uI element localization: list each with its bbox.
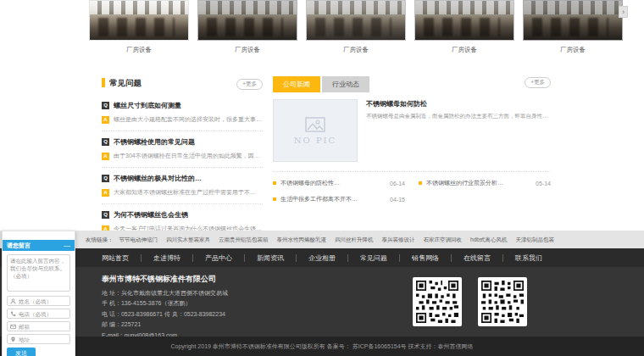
footer-nav-products[interactable]: 产品中心 bbox=[193, 254, 245, 262]
faq-answer-text: 由于304不锈钢螺栓在日常生活中使用的如此频繁，因… bbox=[114, 152, 260, 160]
tab-industry-news[interactable]: 行业动态 bbox=[322, 76, 369, 92]
footer-nav-album[interactable]: 企业相册 bbox=[297, 254, 348, 262]
news-header: 公司新闻 行业动态 +更多 bbox=[273, 76, 551, 90]
message-textarea[interactable] bbox=[7, 254, 70, 292]
footer-nav-message[interactable]: 在线留言 bbox=[452, 254, 503, 262]
map-pin-icon bbox=[10, 337, 16, 342]
name-field[interactable] bbox=[7, 296, 70, 306]
faq-question-text: 不锈钢螺丝的极具对比性的… bbox=[114, 174, 202, 183]
featured-news: NO PIC 不锈钢螺母如何防松 不锈钢螺母是由金属制造，而金属防松的办法主要有… bbox=[273, 99, 551, 162]
message-widget: 请您留言 — bbox=[2, 231, 75, 356]
friend-links-label: 友情链接： bbox=[86, 236, 114, 242]
no-picture-placeholder: NO PIC bbox=[273, 99, 358, 162]
gallery-item: 厂房设备 bbox=[414, 0, 514, 54]
factory-photo[interactable] bbox=[523, 0, 623, 41]
name-input[interactable] bbox=[19, 298, 67, 304]
faq-question[interactable]: Q 不锈钢螺栓使用的常见问题 bbox=[102, 137, 263, 147]
phone-field[interactable] bbox=[7, 309, 70, 319]
friend-link[interactable]: hdb式离心风机 bbox=[470, 236, 507, 242]
friend-link[interactable]: 泰兴装修设计 bbox=[382, 236, 415, 242]
news-list-item[interactable]: 不锈钢螺母的防松性… 06-14 bbox=[273, 179, 405, 187]
footer: 泰州市博特不锈钢标准件有限公司 地 址：兴化市戴南镇董北大道西侧不锈钢交易城 手… bbox=[0, 267, 644, 337]
friend-link[interactable]: 节节电动伸缩门 bbox=[119, 236, 158, 242]
photo-caption: 厂房设备 bbox=[197, 46, 297, 54]
photo-caption: 厂房设备 bbox=[89, 46, 189, 54]
image-icon bbox=[305, 117, 325, 132]
faq-header: 常见问题 +更多 bbox=[102, 78, 263, 92]
qr-code-image bbox=[481, 281, 524, 323]
news-tabs: 公司新闻 行业动态 bbox=[273, 76, 551, 92]
faq-answer-text: 螺丝是由大小规格配套不同的选择安装时，很多重大事故的… bbox=[114, 115, 263, 124]
faq-more-button[interactable]: +更多 bbox=[236, 79, 263, 90]
email-field[interactable] bbox=[7, 321, 70, 331]
footer-company-info: 泰州市博特不锈钢标准件有限公司 地 址：兴化市戴南镇董北大道西侧不锈钢交易城 手… bbox=[102, 274, 228, 341]
faq-list: Q 螺丝尺寸到底如何测量 A 螺丝是由大小规格配套不同的选择安装时，很多重大事故… bbox=[102, 95, 263, 241]
webpage: 厂房设备 厂房设备 厂房设备 厂房设备 厂房设备 › 常见问题 +更多 Q bbox=[0, 0, 644, 356]
faq-question-text: 为何不锈钢螺丝也会生锈 bbox=[114, 210, 188, 220]
friend-link[interactable]: 石家庄空调回收 bbox=[424, 236, 463, 242]
friend-link[interactable]: 四川丝杆升降机 bbox=[335, 236, 374, 242]
address-field[interactable] bbox=[7, 334, 70, 344]
message-widget-header: 请您留言 — bbox=[3, 240, 75, 251]
minimize-icon[interactable]: — bbox=[64, 243, 70, 248]
gallery-item: 厂房设备 bbox=[89, 0, 189, 54]
news-item-date: 05-14 bbox=[536, 181, 551, 186]
faq-item: Q 不锈钢螺丝的极具对比性的… A 大家都知道不锈钢螺丝标准在生产过程中需要用于… bbox=[102, 168, 263, 204]
phone-input[interactable] bbox=[19, 311, 67, 317]
faq-question[interactable]: Q 为何不锈钢螺丝也会生锈 bbox=[102, 210, 263, 220]
friend-link[interactable]: 四川实木整装家具 bbox=[166, 236, 210, 242]
email-input[interactable] bbox=[19, 324, 67, 330]
footer-nav-home[interactable]: 网站首页 bbox=[90, 254, 142, 262]
tab-company-news[interactable]: 公司新闻 bbox=[273, 76, 320, 92]
send-button[interactable]: 发送 bbox=[7, 348, 36, 356]
faq-answer-text: 大家都知道不锈钢螺丝标准在生产过程中需要用于不… bbox=[114, 188, 256, 197]
factory-gallery: 厂房设备 厂房设备 厂房设备 厂房设备 厂房设备 bbox=[89, 0, 623, 54]
faq-answer: A 由于304不锈钢螺栓在日常生活中使用的如此频繁，因… bbox=[102, 152, 263, 160]
friend-link[interactable]: 泰州水性丙烯酸乳液 bbox=[277, 236, 327, 242]
message-widget-title: 请您留言 bbox=[7, 242, 64, 250]
a-badge-icon: A bbox=[102, 189, 109, 197]
news-list-item[interactable]: 生活中很多工作都离不开不… 04-15 bbox=[273, 195, 405, 203]
footer-nav-contact[interactable]: 联系我们 bbox=[503, 254, 554, 262]
faq-question[interactable]: Q 不锈钢螺丝的极具对比性的… bbox=[102, 174, 263, 183]
company-mobile: 手 机：136-4155-3876（张杰鹏） bbox=[102, 298, 228, 309]
footer-nav-faq[interactable]: 常见问题 bbox=[348, 254, 400, 262]
bullet-icon bbox=[273, 197, 276, 201]
friend-link[interactable]: 天津铝制品包装 bbox=[515, 236, 554, 242]
factory-photo[interactable] bbox=[197, 0, 297, 41]
news-item-title: 不锈钢螺母的防松性… bbox=[280, 179, 385, 187]
news-more-button[interactable]: +更多 bbox=[525, 77, 551, 88]
faq-question-text: 螺丝尺寸到底如何测量 bbox=[114, 101, 181, 110]
photo-caption: 厂房设备 bbox=[414, 46, 514, 54]
user-icon bbox=[10, 298, 16, 304]
copyright-bar: Copyright 2019 泰州市博特不锈钢标准件有限公司版权所有 备案号： … bbox=[0, 337, 644, 356]
carousel-next-icon[interactable]: › bbox=[619, 6, 628, 18]
no-pic-label: NO PIC bbox=[294, 136, 336, 145]
company-name: 泰州市博特不锈钢标准件有限公司 bbox=[102, 274, 228, 285]
q-badge-icon: Q bbox=[102, 138, 109, 146]
a-badge-icon: A bbox=[102, 116, 109, 124]
friend-link[interactable]: 云南贵州铝箔包装箱 bbox=[219, 236, 269, 242]
faq-answer: A 大家都知道不锈钢螺丝标准在生产过程中需要用于不… bbox=[102, 188, 263, 197]
company-address: 地 址：兴化市戴南镇董北大道西侧不锈钢交易城 bbox=[102, 288, 228, 298]
bullet-icon bbox=[273, 181, 276, 185]
q-badge-icon: Q bbox=[102, 211, 109, 219]
footer-nav-news[interactable]: 新闻资讯 bbox=[245, 254, 297, 262]
company-zip: 邮 编：225721 bbox=[102, 320, 228, 330]
photo-caption: 厂房设备 bbox=[523, 46, 623, 54]
message-widget-body: 发送 bbox=[3, 251, 75, 356]
news-list-item[interactable]: 不锈钢螺丝的行业前景分析… 05-14 bbox=[419, 179, 551, 187]
factory-photo[interactable] bbox=[414, 0, 514, 41]
news-section: 公司新闻 行业动态 +更多 NO PIC 不锈钢螺母如何防松 不锈钢螺母是由金属… bbox=[273, 76, 551, 203]
footer-nav: 网站首页 走进博特 产品中心 新闻资讯 企业相册 常见问题 销售网络 在线留言 … bbox=[0, 248, 644, 267]
footer-nav-network[interactable]: 销售网络 bbox=[400, 254, 452, 262]
news-item-title: 不锈钢螺丝的行业前景分析… bbox=[426, 179, 530, 187]
address-input[interactable] bbox=[19, 337, 67, 342]
faq-question[interactable]: Q 螺丝尺寸到底如何测量 bbox=[102, 101, 263, 110]
featured-news-title[interactable]: 不锈钢螺母如何防松 bbox=[366, 99, 551, 108]
friend-links-bar: 友情链接：节节电动伸缩门四川实木整装家具云南贵州铝箔包装箱泰州水性丙烯酸乳液四川… bbox=[0, 231, 644, 248]
factory-photo[interactable] bbox=[306, 0, 406, 41]
factory-photo[interactable] bbox=[89, 0, 189, 41]
footer-nav-about[interactable]: 走进博特 bbox=[142, 254, 193, 262]
faq-section: 常见问题 +更多 Q 螺丝尺寸到底如何测量 A 螺丝是由大小规格配套不同的选择安… bbox=[102, 78, 263, 241]
